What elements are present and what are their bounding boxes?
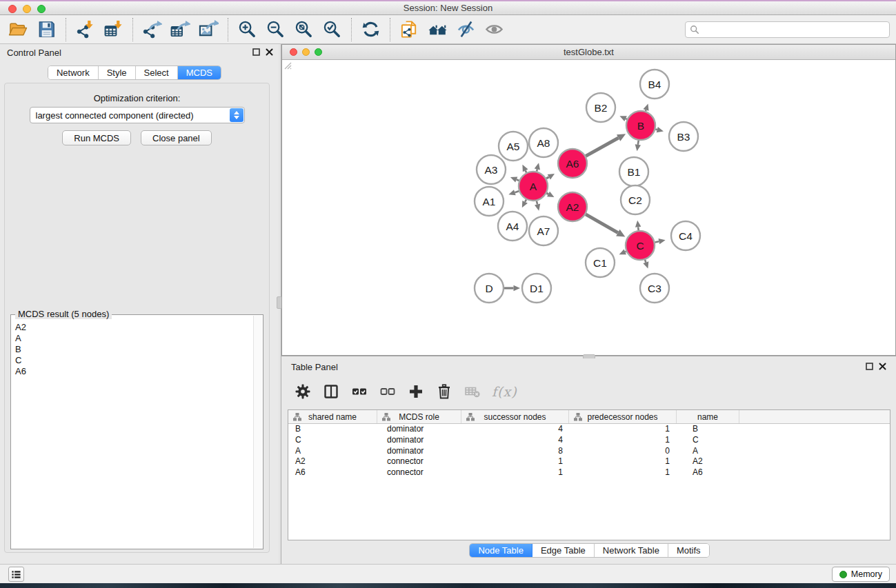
graph-node-C3[interactable]: C3 <box>640 274 669 303</box>
graph-edge-A-A2[interactable] <box>546 193 548 194</box>
graph-node-C[interactable]: C <box>626 231 655 260</box>
delete-column-button[interactable] <box>435 383 453 401</box>
select-all-rows-button[interactable] <box>350 383 368 401</box>
zoom-in-button[interactable] <box>233 17 261 42</box>
column-header-shared-name[interactable]: shared name <box>288 410 377 423</box>
network-canvas[interactable]: A5A8A6A3AA1A2A4A7B4B2BB3B1C2C4CC1C3DD1 <box>282 60 895 355</box>
graph-edge-C-C1[interactable] <box>625 252 626 252</box>
toggle-panel-columns-button[interactable] <box>322 383 340 401</box>
graph-edge-A-A3[interactable] <box>517 179 519 180</box>
graph-node-B3[interactable]: B3 <box>669 122 698 151</box>
graph-edge-A-A8[interactable] <box>537 169 537 171</box>
graph-edge-C-C4[interactable] <box>655 241 659 242</box>
column-header-name[interactable]: name <box>677 410 739 423</box>
tab-mcds[interactable]: MCDS <box>178 66 221 79</box>
graph-edge-C-C3[interactable] <box>645 260 646 263</box>
memory-button[interactable]: Memory <box>832 567 890 582</box>
column-header-MCDS-role[interactable]: MCDS role <box>377 410 461 423</box>
graph-node-B2[interactable]: B2 <box>586 93 615 122</box>
table-row[interactable]: Cdominator41C <box>288 435 890 446</box>
search-field[interactable] <box>685 21 890 38</box>
import-network-button[interactable] <box>71 17 99 42</box>
add-column-button[interactable] <box>407 383 425 401</box>
zoom-out-button[interactable] <box>261 17 290 42</box>
graph-node-B4[interactable]: B4 <box>640 70 669 99</box>
home-view-button[interactable] <box>424 17 452 42</box>
graph-edge-A-A1[interactable] <box>515 191 519 192</box>
graph-edge-A-A5[interactable] <box>526 170 526 172</box>
search-input[interactable] <box>699 23 889 37</box>
graph-node-A3[interactable]: A3 <box>477 155 506 184</box>
run-mcds-button[interactable]: Run MCDS <box>62 130 131 145</box>
tab-network-table[interactable]: Network Table <box>595 544 668 557</box>
graph-node-A8[interactable]: A8 <box>529 128 558 157</box>
import-table-button[interactable] <box>99 17 128 42</box>
export-network-button[interactable] <box>138 17 166 42</box>
deselect-all-rows-button[interactable] <box>379 383 397 401</box>
graph-edge-A6-B[interactable] <box>586 138 618 156</box>
table-row[interactable]: Adominator80A <box>288 446 890 457</box>
hide-graphics-details-button[interactable] <box>452 17 480 42</box>
graph-node-A[interactable]: A <box>519 172 548 201</box>
table-row[interactable]: A2connector11A2 <box>288 456 890 467</box>
open-file-button[interactable] <box>4 17 32 42</box>
task-history-button[interactable] <box>8 567 24 582</box>
graph-node-C4[interactable]: C4 <box>671 221 700 250</box>
tab-edge-table[interactable]: Edge Table <box>532 544 595 557</box>
graph-node-C1[interactable]: C1 <box>586 248 615 277</box>
zoom-fit-button[interactable] <box>290 17 318 42</box>
graph-node-D[interactable]: D <box>475 274 504 303</box>
tab-style[interactable]: Style <box>99 66 136 79</box>
mcds-result-item[interactable]: A <box>12 333 252 344</box>
tab-node-table[interactable]: Node Table <box>470 544 532 557</box>
graph-node-A1[interactable]: A1 <box>475 187 504 216</box>
graph-edge-B-B4[interactable] <box>646 110 646 111</box>
add-column-icon <box>408 383 424 400</box>
show-graphics-details-button[interactable] <box>480 17 508 42</box>
float-table-panel-icon[interactable] <box>866 363 873 370</box>
table-row[interactable]: A6connector11A6 <box>288 467 890 478</box>
tab-network[interactable]: Network <box>48 66 99 79</box>
export-image-button[interactable] <box>195 17 223 42</box>
graph-edge-A-A7[interactable] <box>537 201 537 204</box>
save-session-button[interactable] <box>32 17 61 42</box>
graph-edge-C-C2[interactable] <box>638 227 639 230</box>
graph-edge-A-A6[interactable] <box>546 177 549 179</box>
mcds-result-item[interactable]: A6 <box>12 366 252 377</box>
criterion-dropdown[interactable]: largest connected component (directed) <box>30 107 245 123</box>
mcds-result-item[interactable]: A2 <box>12 322 252 333</box>
table-row[interactable]: Bdominator41B <box>288 424 890 435</box>
graph-node-A6[interactable]: A6 <box>558 149 587 178</box>
mcds-result-item[interactable]: B <box>12 344 252 355</box>
close-panel-button[interactable]: Close panel <box>141 130 212 145</box>
graph-node-A2[interactable]: A2 <box>558 192 587 221</box>
graph-edge-A2-C[interactable] <box>586 214 618 233</box>
tab-motifs[interactable]: Motifs <box>668 544 709 557</box>
refresh-layout-button[interactable] <box>357 17 385 42</box>
graph-edge-A-A4[interactable] <box>525 200 526 202</box>
duplicate-network-button[interactable] <box>395 17 424 42</box>
resize-grip-icon[interactable] <box>282 60 292 70</box>
close-table-panel-icon[interactable] <box>879 363 886 370</box>
tab-select[interactable]: Select <box>136 66 178 79</box>
float-panel-icon[interactable] <box>252 48 260 56</box>
graph-edge-B-B3[interactable] <box>655 129 657 130</box>
close-panel-icon[interactable] <box>266 48 273 56</box>
export-table-button[interactable] <box>166 17 195 42</box>
node-label: A8 <box>537 137 550 149</box>
graph-node-B1[interactable]: B1 <box>619 157 648 186</box>
graph-node-A4[interactable]: A4 <box>498 212 527 241</box>
column-header-predecessor-nodes[interactable]: predecessor nodes <box>569 410 677 423</box>
graph-node-A7[interactable]: A7 <box>529 216 558 245</box>
graph-edge-B-B1[interactable] <box>638 141 639 145</box>
graph-edge-B-B2[interactable] <box>626 119 627 119</box>
graph-node-B[interactable]: B <box>626 111 655 140</box>
column-header-successor-nodes[interactable]: successor nodes <box>461 410 569 423</box>
graph-node-C2[interactable]: C2 <box>621 185 650 214</box>
table-settings-button[interactable] <box>294 383 312 401</box>
graph-node-D1[interactable]: D1 <box>522 274 551 303</box>
zoom-selected-button[interactable] <box>318 17 346 42</box>
result-scrollbar[interactable] <box>253 316 262 548</box>
graph-node-A5[interactable]: A5 <box>499 132 528 161</box>
mcds-result-item[interactable]: C <box>12 355 252 366</box>
